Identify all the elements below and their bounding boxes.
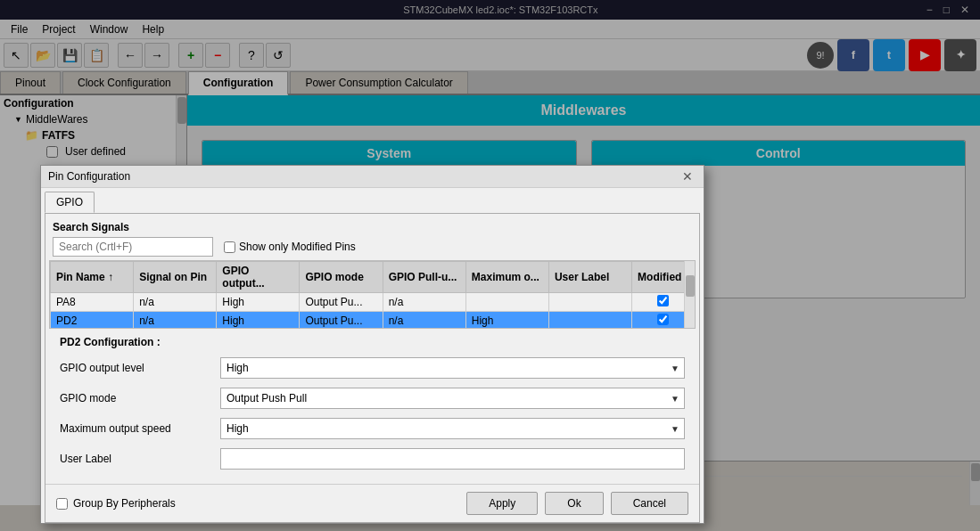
col-pin-name[interactable]: Pin Name ↑ — [51, 262, 134, 293]
cell-gpio-output: High — [217, 293, 300, 312]
table-row[interactable]: PD2 n/a High Output Pu... n/a High — [51, 312, 695, 329]
cancel-button[interactable]: Cancel — [611, 492, 688, 515]
gpio-mode-wrapper[interactable]: Output Push Pull Output Open Drain — [220, 388, 685, 409]
pin-config-section: PD2 Configuration : GPIO output level Lo… — [45, 329, 699, 484]
gpio-output-level-wrapper[interactable]: Low High — [220, 357, 685, 379]
dialog-body: Search Signals Show only Modified Pins P… — [45, 213, 700, 523]
max-output-speed-wrapper[interactable]: Low Medium High — [220, 418, 685, 439]
cell-max-output: High — [465, 312, 548, 329]
max-output-speed-row: Maximum output speed Low Medium High — [60, 416, 685, 441]
pin-config-title: PD2 Configuration : — [60, 336, 685, 348]
cell-gpio-pull: n/a — [383, 293, 465, 312]
table-scroll[interactable]: Pin Name ↑ Signal on Pin GPIO output... … — [50, 261, 695, 328]
gpio-mode-row: GPIO mode Output Push Pull Output Open D… — [60, 386, 685, 411]
search-row: Show only Modified Pins — [45, 237, 699, 260]
group-by-peripherals-label: Group By Peripherals — [73, 497, 176, 510]
user-label-row: User Label — [60, 446, 685, 471]
col-user-label[interactable]: User Label — [548, 262, 631, 293]
dialog-tabs: GPIO — [41, 188, 704, 213]
gpio-output-level-row: GPIO output level Low High — [60, 355, 685, 380]
dialog-title: Pin Configuration — [48, 170, 130, 183]
col-signal[interactable]: Signal on Pin — [134, 262, 217, 293]
cell-signal: n/a — [134, 312, 217, 329]
apply-button[interactable]: Apply — [466, 492, 538, 515]
dialog-tab-gpio[interactable]: GPIO — [45, 192, 95, 213]
dialog-close-button[interactable]: ✕ — [679, 169, 696, 184]
gpio-mode-label: GPIO mode — [60, 392, 220, 404]
signal-table: Pin Name ↑ Signal on Pin GPIO output... … — [50, 261, 695, 328]
col-gpio-pull[interactable]: GPIO Pull-u... — [383, 262, 465, 293]
cell-pin-name: PA8 — [51, 293, 134, 312]
footer-left: Group By Peripherals — [56, 497, 176, 510]
show-modified-checkbox[interactable] — [224, 241, 235, 253]
show-modified-text: Show only Modified Pins — [239, 241, 356, 253]
user-label-field-label: User Label — [60, 453, 220, 465]
col-gpio-output[interactable]: GPIO output... — [217, 262, 300, 293]
gpio-output-level-label: GPIO output level — [60, 362, 220, 374]
max-output-speed-label: Maximum output speed — [60, 422, 220, 435]
dialog-footer: Group By Peripherals Apply Ok Cancel — [45, 484, 699, 522]
dialog-titlebar: Pin Configuration ✕ — [41, 166, 704, 188]
max-output-speed-select[interactable]: Low Medium High — [220, 418, 685, 439]
cell-gpio-mode: Output Pu... — [300, 312, 383, 329]
search-signals-label: Search Signals — [53, 221, 129, 233]
cell-user-label — [548, 312, 631, 329]
user-label-input[interactable] — [220, 448, 685, 470]
cell-gpio-output: High — [217, 312, 300, 329]
col-max-output[interactable]: Maximum o... — [465, 262, 548, 293]
gpio-output-level-select[interactable]: Low High — [220, 357, 685, 379]
group-by-peripherals-checkbox[interactable] — [56, 498, 68, 510]
cell-max-output — [465, 293, 548, 312]
footer-right: Apply Ok Cancel — [466, 492, 688, 515]
cell-gpio-pull: n/a — [383, 312, 465, 329]
show-modified-label[interactable]: Show only Modified Pins — [224, 241, 356, 253]
signal-table-container: Pin Name ↑ Signal on Pin GPIO output... … — [49, 260, 696, 329]
table-scrollbar-thumb[interactable] — [686, 275, 695, 297]
pin-configuration-dialog: Pin Configuration ✕ GPIO Search Signals … — [40, 165, 704, 524]
cell-user-label — [548, 293, 631, 312]
col-gpio-mode[interactable]: GPIO mode — [300, 262, 383, 293]
cell-pin-name: PD2 — [51, 312, 134, 329]
ok-button[interactable]: Ok — [545, 492, 603, 515]
search-input[interactable] — [53, 237, 213, 257]
table-row[interactable]: PA8 n/a High Output Pu... n/a — [51, 293, 695, 312]
table-scrollbar[interactable] — [684, 261, 695, 328]
search-area: Search Signals — [45, 214, 699, 237]
cell-gpio-mode: Output Pu... — [300, 293, 383, 312]
cell-signal: n/a — [134, 293, 217, 312]
gpio-mode-select[interactable]: Output Push Pull Output Open Drain — [220, 388, 685, 409]
